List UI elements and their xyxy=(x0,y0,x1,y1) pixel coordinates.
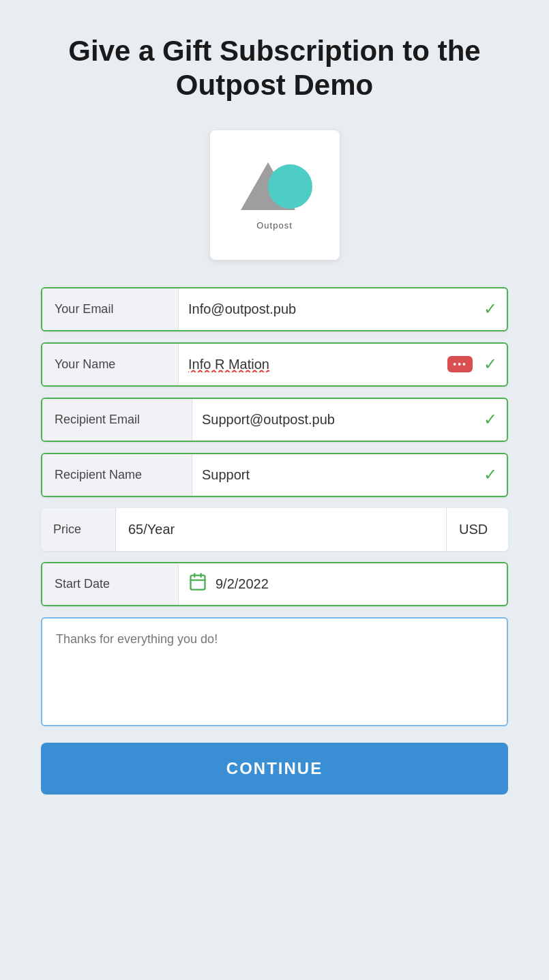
your-name-input-wrapper: ••• ✓ xyxy=(179,344,507,385)
price-row: Price 65/Year USD xyxy=(41,508,508,551)
your-name-row: Your Name ••• ✓ xyxy=(41,342,508,387)
recipient-name-row: Recipient Name ✓ xyxy=(41,453,508,497)
email-check-icon: ✓ xyxy=(484,299,497,318)
recipient-email-input-wrapper: ✓ xyxy=(192,399,507,441)
recipient-email-input[interactable] xyxy=(202,400,478,440)
recipient-email-check-icon: ✓ xyxy=(484,410,497,429)
your-name-label: Your Name xyxy=(42,344,179,385)
start-date-input-wrapper: 9/2/2022 xyxy=(179,563,507,605)
message-textarea[interactable] xyxy=(41,617,508,726)
recipient-name-label: Recipient Name xyxy=(42,454,192,496)
calendar-icon xyxy=(188,572,207,595)
start-date-row: Start Date 9/2/2022 xyxy=(41,562,508,606)
recipient-name-input[interactable] xyxy=(202,455,478,495)
recipient-email-row: Recipient Email ✓ xyxy=(41,398,508,442)
page-title: Give a Gift Subscription to the Outpost … xyxy=(41,34,508,103)
page-container: Give a Gift Subscription to the Outpost … xyxy=(0,0,549,980)
start-date-value: 9/2/2022 xyxy=(216,576,269,592)
start-date-label: Start Date xyxy=(42,563,179,605)
your-email-input[interactable] xyxy=(188,289,478,329)
name-check-icon: ✓ xyxy=(484,355,497,374)
price-label: Price xyxy=(41,508,116,551)
logo-circle-icon xyxy=(268,164,312,209)
svg-rect-0 xyxy=(191,576,205,590)
logo-card: Outpost xyxy=(210,130,340,260)
recipient-name-input-wrapper: ✓ xyxy=(192,454,507,496)
your-email-row: Your Email ✓ xyxy=(41,287,508,331)
your-email-input-wrapper: ✓ xyxy=(179,288,507,330)
price-currency: USD xyxy=(447,508,508,551)
logo-name: Outpost xyxy=(256,220,293,231)
form-container: Your Email ✓ Your Name ••• ✓ Recipient E… xyxy=(41,287,508,795)
autocomplete-dots: ••• xyxy=(453,359,467,370)
your-name-input[interactable] xyxy=(188,344,447,385)
logo-graphic xyxy=(237,159,312,213)
recipient-name-check-icon: ✓ xyxy=(484,465,497,484)
recipient-email-label: Recipient Email xyxy=(42,399,192,441)
price-value: 65/Year xyxy=(116,508,447,551)
your-email-label: Your Email xyxy=(42,288,179,330)
autocomplete-icon: ••• xyxy=(447,356,473,372)
continue-button[interactable]: CONTINUE xyxy=(41,743,508,795)
